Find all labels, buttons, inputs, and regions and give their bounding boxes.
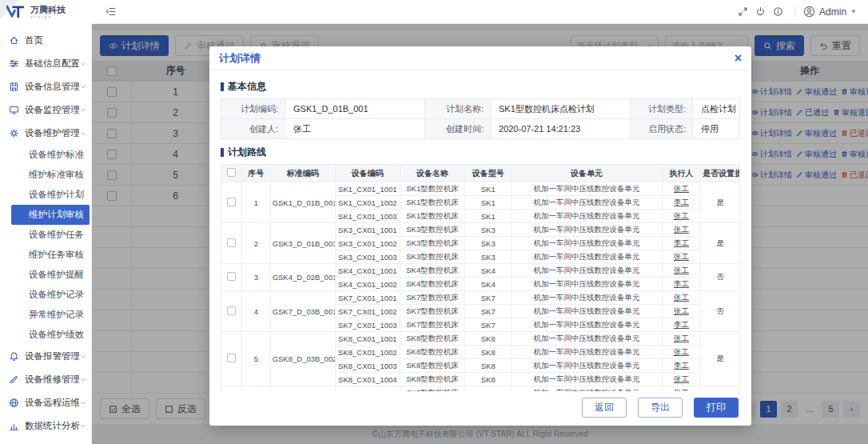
section-marker xyxy=(221,82,224,91)
logo-subtitle: VTSTAR xyxy=(30,16,66,19)
device-code: SK8_CX01_1004 xyxy=(335,373,400,386)
sidebar-subitem-4-9[interactable]: 设备维护绩效 xyxy=(0,325,91,345)
route-row-checkbox[interactable] xyxy=(227,272,236,281)
logo-name: 万腾科技 xyxy=(30,6,66,14)
sidebar-subitem-4-4[interactable]: 设备维护任务 xyxy=(0,225,91,245)
sidebar-subitem-4-2[interactable]: 设备维护计划 xyxy=(0,185,91,205)
device-code: SK7_CX01_1002 xyxy=(335,305,400,318)
modal-header: 计划详情 × xyxy=(209,46,751,70)
device-unit: 机加一车间中压线数控设备单元 xyxy=(512,305,662,318)
device-name: SK7型数控机床 xyxy=(400,318,464,332)
route-row-checkbox[interactable] xyxy=(227,198,236,206)
device-name: SK7型数控机床 xyxy=(400,305,464,318)
sidebar-item-7[interactable]: 设备远程运维 xyxy=(0,391,91,414)
chevron-down-icon xyxy=(80,61,86,67)
device-code: SK4_CX01_1001 xyxy=(335,264,400,278)
sidebar-item-label: 设备信息管理 xyxy=(25,81,80,93)
route-row-checkbox[interactable] xyxy=(227,238,236,247)
sidebar-item-0[interactable]: 首页 xyxy=(0,29,91,52)
sidebar-item-label: 设备维护管理 xyxy=(25,127,80,139)
plan-type-label: 计划类型: xyxy=(631,99,693,119)
sidebar-subitem-4-7[interactable]: 设备维护记录 xyxy=(0,285,91,305)
device-code: SK8_CX01_1001 xyxy=(335,332,400,346)
device-model: SK8 xyxy=(465,373,512,386)
basic-info-grid: 计划编码: GSK1_D_01B_001 计划名称: SK1型数控机床点检计划 … xyxy=(221,98,740,139)
standard-code: GSK4_D_02B_001 xyxy=(270,264,335,291)
sidebar-item-8[interactable]: 数据统计分析 xyxy=(0,414,91,438)
executor: 张工 xyxy=(662,346,701,359)
sidebar-item-label: 首页 xyxy=(25,34,86,46)
route-header-checkbox[interactable] xyxy=(227,168,236,177)
remind-flag: 是 xyxy=(701,332,740,386)
device-name: SK1型数控机床 xyxy=(400,196,464,210)
route-section-title: 计划路线 xyxy=(221,146,740,159)
vt-logo-icon xyxy=(6,5,27,19)
executor: 李工 xyxy=(662,196,701,210)
user-avatar-icon xyxy=(803,6,815,18)
sidebar-subitem-4-1[interactable]: 维护标准审核 xyxy=(0,165,91,185)
executor: 张工 xyxy=(662,223,701,237)
status-label: 启用状态: xyxy=(631,119,693,139)
status-value: 停用 xyxy=(693,119,740,139)
sidebar-collapse-icon[interactable] xyxy=(102,3,119,21)
route-row-checkbox[interactable] xyxy=(227,354,236,362)
remind-flag: 否 xyxy=(701,291,740,332)
sidebar-subitem-4-0[interactable]: 设备维护标准 xyxy=(0,145,91,165)
device-code: SK4_CX01_1002 xyxy=(335,278,400,291)
sidebar-subitem-4-3[interactable]: 维护计划审核 xyxy=(11,205,90,225)
remote-icon xyxy=(9,398,19,408)
sidebar-subitem-4-5[interactable]: 维护任务审核 xyxy=(0,245,91,265)
remind-flag: 是 xyxy=(701,223,740,264)
close-icon[interactable]: × xyxy=(735,52,742,65)
plan-code-label: 计划编码: xyxy=(221,99,285,119)
topbar: 万腾科技 VTSTAR Admin ▼ xyxy=(0,0,868,24)
sidebar-item-label: 设备远程运维 xyxy=(25,397,80,409)
executor: 李工 xyxy=(662,359,701,373)
chevron-down-icon: ▼ xyxy=(850,8,857,15)
device-unit: 机加一车间中压线数控设备单元 xyxy=(512,373,662,386)
sidebar-item-5[interactable]: 设备报警管理 xyxy=(0,345,91,368)
sidebar-item-1[interactable]: 基础信息配置 xyxy=(0,52,91,75)
route-device-row: 3 GSK4_D_02B_001SK4_CX01_1001 SK4型数控机床 S… xyxy=(221,264,740,278)
standard-code: GSK8_D_03B_002 xyxy=(270,332,335,386)
sidebar-subitem-4-6[interactable]: 设备维护提醒 xyxy=(0,265,91,285)
route-seq: 5 xyxy=(241,332,270,386)
executor: 张工 xyxy=(662,250,701,264)
back-button[interactable]: 返回 xyxy=(582,398,627,418)
create-time-value: 2020-07-21 14:21:23 xyxy=(491,119,631,139)
route-device-row: 5 GSK8_D_03B_002SK8_CX01_1001 SK8型数控机床 S… xyxy=(221,332,740,346)
route-seq: 2 xyxy=(241,223,270,264)
user-menu[interactable]: Admin ▼ xyxy=(803,6,857,18)
fullscreen-icon[interactable] xyxy=(734,3,751,21)
route-seq: 1 xyxy=(241,182,270,223)
executor: 李工 xyxy=(662,318,701,332)
sidebar-item-6[interactable]: 设备维修管理 xyxy=(0,368,91,391)
info-icon[interactable] xyxy=(769,3,786,21)
device-unit: 机加一车间中压线数控设备单元 xyxy=(512,237,662,250)
power-icon[interactable] xyxy=(751,3,769,21)
sidebar-item-2[interactable]: 设备信息管理 xyxy=(0,75,91,98)
config-icon xyxy=(9,58,19,69)
user-name: Admin xyxy=(819,6,846,18)
stats-icon xyxy=(9,421,19,431)
standard-code: GSK3_D_01B_003 xyxy=(270,223,335,264)
home-icon xyxy=(9,35,19,46)
device-unit: 机加一车间中压线数控设备单元 xyxy=(512,359,662,373)
export-button[interactable]: 导出 xyxy=(638,398,683,418)
route-device-row: 4 GSK7_D_03B_001SK7_CX01_1001 SK7型数控机床 S… xyxy=(221,291,740,305)
route-seq: 4 xyxy=(241,291,270,332)
device-code: SK3_CX01_1002 xyxy=(335,237,400,250)
chevron-down-icon xyxy=(80,354,86,360)
content-area: 计划详情 审核通过 审核退回 请选择计划类型 xyxy=(92,24,868,444)
executor: 李工 xyxy=(662,237,701,250)
device-code: SK3_CX01_1003 xyxy=(335,250,400,264)
app-logo: 万腾科技 VTSTAR xyxy=(0,0,92,24)
device-name: SK8型数控机床 xyxy=(400,373,464,386)
sidebar-item-3[interactable]: 设备监控管理 xyxy=(0,98,91,122)
device-unit: 机加一车间中压线数控设备单元 xyxy=(512,291,662,305)
sidebar-subitem-4-8[interactable]: 异常维护记录 xyxy=(0,305,91,325)
route-row-checkbox[interactable] xyxy=(227,306,236,315)
print-button[interactable]: 打印 xyxy=(694,398,739,418)
executor: 张工 xyxy=(662,291,701,305)
sidebar-item-4[interactable]: 设备维护管理 xyxy=(0,122,91,145)
